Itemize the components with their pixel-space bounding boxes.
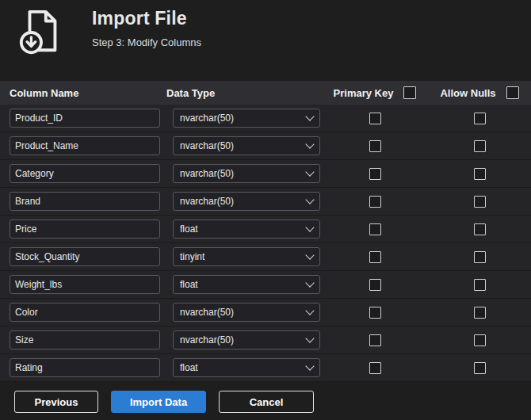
primary-key-cell	[322, 196, 428, 208]
primary-key-header: Primary Key	[322, 86, 428, 99]
primary-key-checkbox[interactable]	[369, 196, 381, 208]
chevron-down-icon	[305, 250, 314, 259]
column-name-input[interactable]	[10, 109, 160, 128]
column-name-input[interactable]	[10, 330, 160, 349]
data-type-select[interactable]: tinyint	[173, 247, 320, 266]
data-type-value: nvarchar(50)	[180, 168, 234, 179]
chevron-down-icon	[305, 195, 314, 204]
column-name-input[interactable]	[10, 275, 160, 294]
table-row: nvarchar(50)	[0, 105, 531, 132]
primary-key-checkbox[interactable]	[369, 168, 381, 180]
data-type-cell: nvarchar(50)	[166, 109, 322, 128]
primary-key-checkbox[interactable]	[369, 251, 381, 263]
data-type-select[interactable]: nvarchar(50)	[173, 303, 320, 322]
primary-key-select-all-checkbox[interactable]	[403, 86, 416, 99]
column-name-cell	[0, 109, 166, 128]
column-name-input[interactable]	[10, 164, 160, 183]
chevron-down-icon	[305, 334, 314, 342]
data-type-cell: float	[166, 358, 322, 377]
column-name-input[interactable]	[10, 247, 160, 266]
allow-nulls-checkbox[interactable]	[474, 196, 486, 208]
primary-key-checkbox[interactable]	[369, 279, 381, 291]
column-name-cell	[0, 330, 166, 349]
allow-nulls-checkbox[interactable]	[474, 362, 486, 374]
data-type-value: nvarchar(50)	[180, 196, 234, 207]
primary-key-checkbox[interactable]	[369, 307, 381, 319]
data-type-select[interactable]: float	[173, 275, 320, 294]
chevron-down-icon	[305, 167, 314, 176]
footer-actions: Previous Import Data Cancel	[14, 391, 314, 413]
data-type-cell: nvarchar(50)	[166, 330, 322, 349]
allow-nulls-cell	[428, 140, 531, 152]
data-type-header: Data Type	[166, 87, 322, 99]
chevron-down-icon	[305, 223, 314, 231]
primary-key-cell	[322, 279, 428, 291]
column-name-cell	[0, 358, 166, 377]
data-type-select[interactable]: float	[173, 220, 320, 239]
allow-nulls-checkbox[interactable]	[474, 168, 486, 180]
import-data-button[interactable]: Import Data	[111, 391, 206, 413]
allow-nulls-cell	[428, 251, 531, 263]
data-type-select[interactable]: float	[173, 358, 320, 377]
column-name-input[interactable]	[10, 303, 160, 322]
import-file-dialog: { "header": { "title": "Import File", "s…	[0, 0, 531, 420]
allow-nulls-cell	[428, 196, 531, 208]
allow-nulls-select-all-checkbox[interactable]	[506, 86, 519, 99]
allow-nulls-checkbox[interactable]	[474, 334, 486, 346]
data-type-cell: float	[166, 275, 322, 294]
data-type-cell: nvarchar(50)	[166, 192, 322, 211]
column-name-input[interactable]	[10, 136, 160, 155]
data-type-value: nvarchar(50)	[180, 307, 234, 318]
table-body: nvarchar(50) nvarchar(50)	[0, 105, 531, 382]
data-type-cell: nvarchar(50)	[166, 303, 322, 322]
table-row: tinyint	[0, 243, 531, 271]
column-name-input[interactable]	[10, 220, 160, 239]
data-type-select[interactable]: nvarchar(50)	[173, 330, 320, 349]
data-type-value: float	[180, 279, 198, 290]
data-type-value: nvarchar(50)	[180, 334, 234, 346]
cancel-button[interactable]: Cancel	[219, 391, 314, 413]
data-type-select[interactable]: nvarchar(50)	[173, 109, 320, 128]
step-subtitle: Step 3: Modify Columns	[92, 36, 201, 48]
column-name-cell	[0, 247, 166, 266]
table-row: nvarchar(50)	[0, 326, 531, 354]
primary-key-checkbox[interactable]	[369, 140, 381, 152]
allow-nulls-checkbox[interactable]	[474, 140, 486, 152]
allow-nulls-checkbox[interactable]	[474, 223, 486, 235]
data-type-cell: nvarchar(50)	[166, 164, 322, 183]
allow-nulls-checkbox[interactable]	[474, 113, 486, 124]
previous-button[interactable]: Previous	[14, 391, 98, 413]
data-type-select[interactable]: nvarchar(50)	[173, 164, 320, 183]
column-name-input[interactable]	[10, 358, 160, 377]
chevron-down-icon	[305, 139, 314, 148]
allow-nulls-checkbox[interactable]	[474, 279, 486, 291]
primary-key-checkbox[interactable]	[369, 362, 381, 374]
table-row: float	[0, 354, 531, 382]
column-name-input[interactable]	[10, 192, 160, 211]
data-type-value: float	[180, 223, 198, 235]
chevron-down-icon	[305, 112, 314, 120]
table-header-row: Column Name Data Type Primary Key Allow …	[0, 81, 531, 105]
primary-key-cell	[322, 113, 428, 124]
column-name-cell	[0, 192, 166, 211]
primary-key-checkbox[interactable]	[369, 113, 381, 124]
allow-nulls-cell	[428, 279, 531, 291]
allow-nulls-cell	[428, 113, 531, 124]
allow-nulls-cell	[428, 168, 531, 180]
data-type-select[interactable]: nvarchar(50)	[173, 136, 320, 155]
primary-key-checkbox[interactable]	[369, 223, 381, 235]
header-text: Import File Step 3: Modify Columns	[92, 6, 201, 48]
data-type-cell: nvarchar(50)	[166, 136, 322, 155]
column-name-cell	[0, 164, 166, 183]
table-row: float	[0, 216, 531, 243]
allow-nulls-header-label: Allow Nulls	[440, 87, 495, 99]
allow-nulls-cell	[428, 223, 531, 235]
allow-nulls-checkbox[interactable]	[474, 251, 486, 263]
column-name-cell	[0, 303, 166, 322]
allow-nulls-checkbox[interactable]	[474, 307, 486, 319]
primary-key-checkbox[interactable]	[369, 334, 381, 346]
data-type-select[interactable]: nvarchar(50)	[173, 192, 320, 211]
primary-key-cell	[322, 140, 428, 152]
columns-table: Column Name Data Type Primary Key Allow …	[0, 81, 531, 382]
table-row: nvarchar(50)	[0, 132, 531, 160]
